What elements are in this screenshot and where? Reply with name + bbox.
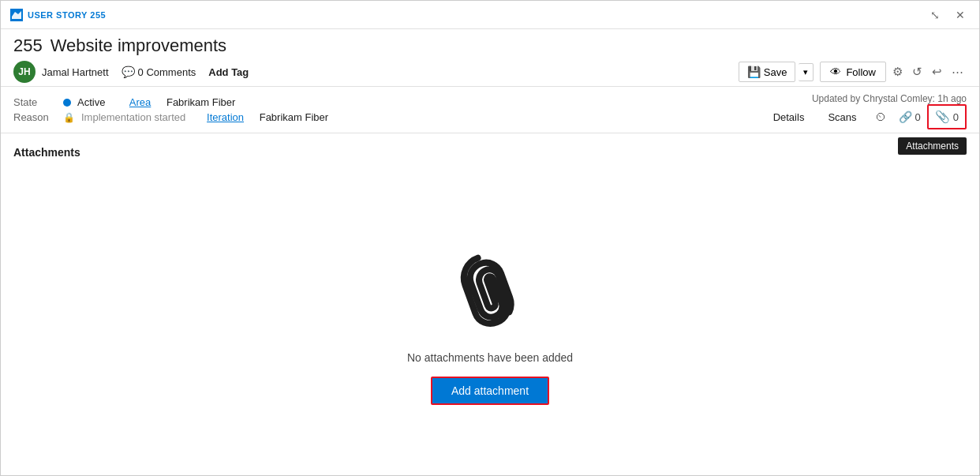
close-button[interactable]: ✕ [951, 7, 970, 23]
story-header: 255 Website improvements JH Jamal Hartne… [1, 29, 979, 87]
reason-field-row: Reason 🔒 Implementation started Iteratio… [13, 110, 714, 125]
attachments-tooltip: Attachments [898, 137, 967, 155]
save-button[interactable]: 💾 Save [739, 62, 796, 82]
no-attachments-text: No attachments have been added [407, 351, 573, 364]
links-button[interactable]: 🔗 0 [892, 107, 927, 127]
reason-label: Reason [13, 111, 57, 123]
save-icon: 💾 [747, 66, 761, 78]
gear-button[interactable]: ⚙ [889, 62, 906, 82]
save-label: Save [764, 66, 787, 78]
add-attachment-button[interactable]: Add attachment [431, 377, 549, 405]
state-value: Active [77, 96, 105, 108]
scans-tab[interactable]: Scans [816, 107, 868, 128]
author-info: JH Jamal Hartnett [13, 61, 109, 83]
iteration-label[interactable]: Iteration [207, 111, 244, 123]
paperclip-icon: 📎 [935, 110, 950, 124]
state-dot [63, 99, 71, 107]
main-window: USER STORY 255 ⤡ ✕ 255 Website improveme… [0, 0, 980, 476]
tabs-row: Details Scans ⏲ 🔗 0 📎 0 Attachments [761, 104, 967, 129]
iteration-value: Fabrikam Fiber [260, 111, 328, 123]
author-name: Jamal Hartnett [42, 66, 109, 78]
toolbar-buttons: 💾 Save ▾ 👁 Follow ⚙ ↺ ↩ ⋯ [739, 62, 967, 82]
app-icon [10, 9, 23, 21]
story-title-row: 255 Website improvements [13, 36, 967, 56]
fields-left: State Active Area Fabrikam Fiber Reason … [13, 87, 714, 133]
history-button[interactable]: ⏲ [869, 107, 892, 127]
follow-button[interactable]: 👁 Follow [820, 62, 886, 82]
follow-label: Follow [846, 66, 876, 78]
content-area: Attachments No attachments have been add… [1, 133, 979, 475]
state-label: State [13, 96, 57, 108]
more-button[interactable]: ⋯ [948, 62, 967, 82]
attachments-heading: Attachments [13, 146, 967, 159]
comments-link[interactable]: 💬 0 Comments [122, 66, 196, 78]
paperclip-large-icon [443, 244, 537, 339]
title-bar-controls: ⤡ ✕ [926, 7, 970, 23]
fields-row: State Active Area Fabrikam Fiber Reason … [1, 87, 979, 133]
link-icon: 🔗 [899, 111, 912, 123]
attachments-button[interactable]: 📎 0 [927, 104, 967, 129]
story-title: Website improvements [50, 36, 226, 56]
undo-button[interactable]: ↩ [929, 62, 945, 82]
story-meta-left: JH Jamal Hartnett 💬 0 Comments Add Tag [13, 61, 249, 83]
lock-icon: 🔒 [63, 112, 75, 123]
area-label[interactable]: Area [129, 96, 151, 108]
reason-value: Implementation started [81, 111, 185, 123]
title-bar-left: USER STORY 255 [10, 9, 106, 21]
save-dropdown-button[interactable]: ▾ [799, 63, 814, 81]
story-meta-bar: JH Jamal Hartnett 💬 0 Comments Add Tag 💾… [13, 61, 967, 83]
attachment-count: 0 [953, 111, 959, 123]
title-bar: USER STORY 255 ⤡ ✕ [1, 1, 979, 29]
details-tab[interactable]: Details [761, 107, 817, 128]
comments-count: 0 Comments [138, 66, 196, 78]
fields-right: Updated by Chrystal Comley: 1h ago Detai… [714, 87, 967, 133]
story-number: 255 [13, 36, 43, 56]
avatar: JH [13, 61, 36, 83]
attachment-tab-container: 📎 0 Attachments [927, 104, 967, 129]
attachments-empty-state: No attachments have been added Add attac… [13, 174, 967, 474]
add-tag-button[interactable]: Add Tag [208, 66, 249, 78]
window-title: USER STORY 255 [28, 10, 106, 20]
refresh-button[interactable]: ↺ [909, 62, 926, 82]
restore-button[interactable]: ⤡ [926, 7, 944, 23]
updated-text: Updated by Chrystal Comley: 1h ago [812, 93, 967, 104]
link-count: 0 [915, 111, 921, 123]
state-field-row: State Active Area Fabrikam Fiber [13, 95, 714, 110]
comment-icon: 💬 [122, 66, 135, 78]
history-icon: ⏲ [875, 111, 886, 123]
area-value: Fabrikam Fiber [166, 96, 235, 108]
eye-icon: 👁 [830, 66, 841, 78]
